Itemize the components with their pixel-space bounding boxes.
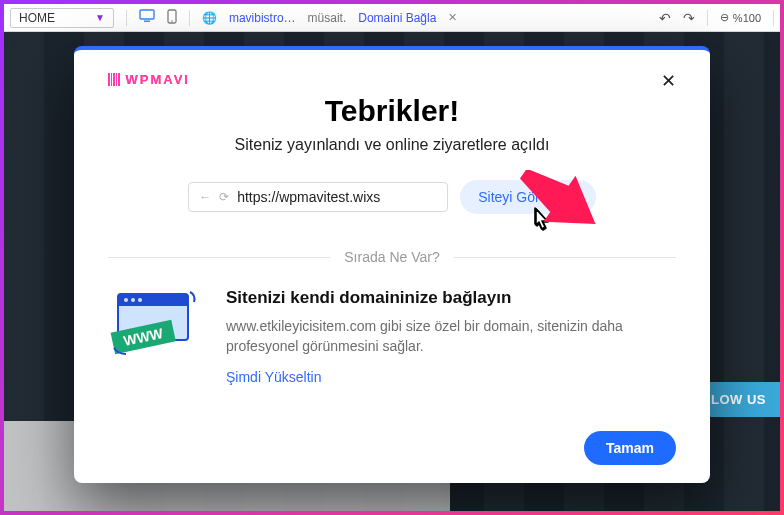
pointer-cursor-icon <box>528 207 554 243</box>
close-icon[interactable]: ✕ <box>661 72 676 90</box>
separator <box>773 10 774 26</box>
domain-body: www.etkileyicisitem.com gibi size özel b… <box>226 316 646 357</box>
zoom-control[interactable]: ⊖ %100 <box>720 11 761 24</box>
upgrade-now-link[interactable]: Şimdi Yükseltin <box>226 369 321 385</box>
desktop-icon[interactable] <box>139 9 155 26</box>
svg-rect-6 <box>118 294 188 306</box>
editor-toolbar: HOME ▼ 🌐 mavibistro… müsait. Domaini Bağ… <box>4 4 780 32</box>
chevron-down-icon: ▼ <box>95 12 105 23</box>
svg-point-3 <box>171 20 173 22</box>
site-url-field: ← ⟳ <box>188 182 448 212</box>
dismiss-tag-icon[interactable]: ✕ <box>448 11 457 24</box>
publish-success-modal: WPMAVI ✕ Tebrikler! Siteniz yayınlandı v… <box>74 46 710 483</box>
separator <box>189 10 190 26</box>
svg-point-9 <box>138 298 142 302</box>
undo-icon[interactable]: ↶ <box>659 10 671 26</box>
logo-text: WPMAVI <box>126 72 190 87</box>
separator <box>126 10 127 26</box>
separator <box>707 10 708 26</box>
svg-point-8 <box>131 298 135 302</box>
svg-rect-0 <box>140 10 154 19</box>
zoom-value: %100 <box>733 12 761 24</box>
site-name-link[interactable]: mavibistro… <box>229 11 296 25</box>
modal-subtitle: Siteniz yayınlandı ve online ziyaretlere… <box>108 136 676 154</box>
page-selector[interactable]: HOME ▼ <box>10 8 114 28</box>
zoom-out-icon: ⊖ <box>720 11 729 24</box>
whats-next-label: Sırada Ne Var? <box>330 249 453 265</box>
redo-icon[interactable]: ↷ <box>683 10 695 26</box>
domain-illustration: WWW <box>108 288 204 364</box>
svg-rect-1 <box>144 21 150 22</box>
mobile-icon[interactable] <box>167 9 177 27</box>
view-site-label: Siteyi Görüntüle <box>478 189 578 205</box>
page-selector-label: HOME <box>19 11 55 25</box>
back-arrow-icon: ← <box>199 190 211 204</box>
whats-next-divider: Sırada Ne Var? <box>108 248 676 266</box>
domain-heading: Sitenizi kendi domaininize bağlayın <box>226 288 646 308</box>
connect-domain-link[interactable]: Domaini Bağla <box>358 11 436 25</box>
availability-text: müsait. <box>308 11 347 25</box>
ok-button[interactable]: Tamam <box>584 431 676 465</box>
modal-title: Tebrikler! <box>108 94 676 128</box>
svg-point-7 <box>124 298 128 302</box>
site-url-input[interactable] <box>237 189 437 205</box>
wpmavi-logo: WPMAVI <box>108 72 190 87</box>
view-site-button[interactable]: Siteyi Görüntüle <box>460 180 596 214</box>
refresh-icon: ⟳ <box>219 190 229 204</box>
globe-icon: 🌐 <box>202 11 217 25</box>
